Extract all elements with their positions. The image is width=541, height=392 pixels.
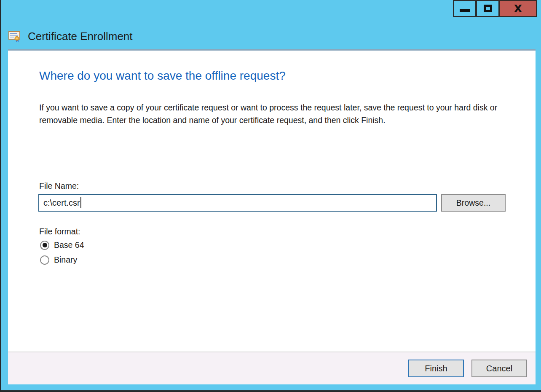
radio-binary[interactable]: Binary bbox=[40, 255, 77, 265]
page-title: Where do you want to save the offline re… bbox=[39, 69, 286, 83]
window-controls: X bbox=[453, 0, 537, 17]
radio-button-icon bbox=[40, 255, 49, 265]
minimize-button[interactable] bbox=[453, 0, 476, 17]
close-icon: X bbox=[514, 3, 522, 14]
minimize-icon bbox=[460, 9, 470, 12]
window-titlebar: Certificate Enrollment bbox=[8, 30, 133, 43]
certificate-icon bbox=[8, 30, 21, 43]
radio-binary-label: Binary bbox=[54, 255, 77, 265]
radio-base64-label: Base 64 bbox=[54, 240, 84, 250]
maximize-icon bbox=[484, 5, 492, 12]
close-button[interactable]: X bbox=[499, 0, 537, 17]
page-description: If you want to save a copy of your certi… bbox=[39, 101, 512, 126]
radio-selected-dot bbox=[43, 243, 47, 247]
radio-base64[interactable]: Base 64 bbox=[40, 240, 84, 250]
file-name-label: File Name: bbox=[39, 181, 79, 191]
file-name-value: c:\cert.csr bbox=[43, 198, 80, 208]
certificate-enrollment-window: X Certificate Enrollment Where do you wa… bbox=[0, 0, 541, 392]
wizard-panel: Where do you want to save the offline re… bbox=[8, 49, 536, 384]
radio-button-icon bbox=[40, 241, 49, 250]
maximize-button[interactable] bbox=[476, 0, 499, 17]
browse-button[interactable]: Browse... bbox=[441, 194, 506, 212]
cancel-button[interactable]: Cancel bbox=[471, 360, 527, 377]
wizard-page: Where do you want to save the offline re… bbox=[8, 51, 536, 352]
text-caret bbox=[80, 197, 81, 208]
window-title: Certificate Enrollment bbox=[28, 30, 133, 43]
file-format-label: File format: bbox=[39, 227, 80, 236]
finish-button[interactable]: Finish bbox=[408, 360, 464, 377]
wizard-footer: Finish Cancel bbox=[8, 352, 536, 384]
file-name-input[interactable]: c:\cert.csr bbox=[38, 194, 437, 212]
